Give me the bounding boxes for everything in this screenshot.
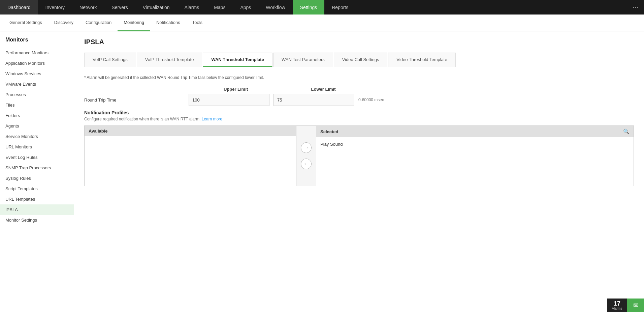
available-label: Available: [89, 129, 108, 134]
dual-list-container: Available → ← Selected 🔍 Play So: [84, 125, 634, 186]
notification-profiles-section: Notification Profiles Configure required…: [84, 110, 634, 186]
sidebar-item-ipsla[interactable]: IPSLA: [0, 204, 74, 215]
limits-header: Upper Limit Lower Limit: [192, 87, 634, 92]
selected-header: Selected 🔍: [316, 126, 634, 137]
nav-apps[interactable]: Apps: [233, 0, 258, 15]
move-left-button[interactable]: ←: [301, 159, 312, 169]
round-trip-time-row: Round Trip Time 0-60000 msec: [84, 94, 634, 106]
tab-video-call-settings[interactable]: Video Call Settings: [334, 53, 388, 67]
alarm-badge[interactable]: 17 Alarms: [607, 299, 627, 312]
message-button[interactable]: ✉: [627, 299, 644, 312]
sidebar-item-script-templates[interactable]: Script Templates: [0, 183, 74, 194]
sidebar-item-service-monitors[interactable]: Service Monitors: [0, 131, 74, 142]
tab-video-threshold-template[interactable]: Video Threshold Template: [388, 53, 455, 67]
content-tabs: VoIP Call Settings VoIP Threshold Templa…: [84, 53, 634, 67]
nav-workflow[interactable]: Workflow: [258, 0, 292, 15]
tab-wan-test-parameters[interactable]: WAN Test Parameters: [273, 53, 333, 67]
sidebar-item-url-monitors[interactable]: URL Monitors: [0, 142, 74, 152]
second-navigation: General Settings Discovery Configuration…: [0, 15, 644, 31]
nav-alarms[interactable]: Alarms: [177, 0, 207, 15]
tab-voip-call-settings[interactable]: VoIP Call Settings: [84, 53, 136, 67]
sidebar: Monitors Performance Monitors Applicatio…: [0, 31, 74, 312]
selected-list: Selected 🔍 Play Sound: [316, 126, 634, 186]
selected-item-play-sound[interactable]: Play Sound: [316, 140, 634, 148]
transfer-controls: → ←: [296, 126, 316, 186]
sidebar-item-event-log-rules[interactable]: Event Log Rules: [0, 152, 74, 163]
nav-dashboard[interactable]: Dashboard: [0, 0, 38, 15]
sidebar-item-syslog-rules[interactable]: Syslog Rules: [0, 173, 74, 183]
notification-profiles-desc: Configure required notification when the…: [84, 117, 634, 121]
search-icon[interactable]: 🔍: [623, 129, 630, 135]
nav-network[interactable]: Network: [72, 0, 104, 15]
notification-profiles-title: Notification Profiles: [84, 110, 634, 115]
tab-monitoring[interactable]: Monitoring: [118, 15, 150, 31]
range-note: 0-60000 msec: [358, 97, 384, 102]
alert-note: * Alarm will be generated if the collect…: [84, 75, 634, 80]
tab-tools[interactable]: Tools: [186, 15, 208, 31]
sidebar-item-vmware-events[interactable]: VMware Events: [0, 79, 74, 89]
main-layout: Monitors Performance Monitors Applicatio…: [0, 31, 644, 312]
sidebar-item-monitor-settings[interactable]: Monitor Settings: [0, 215, 74, 225]
nav-maps[interactable]: Maps: [206, 0, 233, 15]
tab-configuration[interactable]: Configuration: [79, 15, 118, 31]
sidebar-item-windows-services[interactable]: Windows Services: [0, 68, 74, 79]
nav-reports[interactable]: Reports: [324, 0, 356, 15]
nav-inventory[interactable]: Inventory: [38, 0, 72, 15]
sidebar-title: Monitors: [0, 37, 74, 48]
nav-servers[interactable]: Servers: [104, 0, 135, 15]
top-navigation: Dashboard Inventory Network Servers Virt…: [0, 0, 644, 15]
page-title: IPSLA: [84, 38, 634, 46]
available-body[interactable]: [85, 136, 296, 186]
sidebar-item-url-templates[interactable]: URL Templates: [0, 194, 74, 204]
more-options-icon[interactable]: ⋯: [627, 0, 644, 15]
selected-body: Play Sound: [316, 137, 634, 186]
alarm-count: 17: [614, 301, 620, 307]
sidebar-item-folders[interactable]: Folders: [0, 110, 74, 121]
available-header: Available: [85, 126, 296, 136]
tab-voip-threshold-template[interactable]: VoIP Threshold Template: [137, 53, 202, 67]
sidebar-item-performance-monitors[interactable]: Performance Monitors: [0, 48, 74, 58]
nav-virtualization[interactable]: Virtualization: [135, 0, 177, 15]
selected-label: Selected: [320, 129, 338, 134]
lower-limit-label: Lower Limit: [280, 87, 367, 92]
sidebar-item-files[interactable]: Files: [0, 100, 74, 110]
available-list: Available: [85, 126, 296, 186]
sidebar-item-snmp-trap-processors[interactable]: SNMP Trap Processors: [0, 163, 74, 173]
alarm-label: Alarms: [612, 307, 622, 310]
move-right-button[interactable]: →: [301, 142, 312, 153]
upper-limit-label: Upper Limit: [192, 87, 280, 92]
main-content: IPSLA VoIP Call Settings VoIP Threshold …: [74, 31, 644, 312]
sidebar-item-application-monitors[interactable]: Application Monitors: [0, 58, 74, 68]
upper-limit-input[interactable]: [189, 94, 269, 106]
tab-general-settings[interactable]: General Settings: [3, 15, 48, 31]
round-trip-time-label: Round Trip Time: [84, 97, 189, 103]
tab-wan-threshold-template[interactable]: WAN Threshold Template: [203, 53, 272, 67]
lower-limit-input[interactable]: [273, 94, 354, 106]
sidebar-item-processes[interactable]: Processes: [0, 89, 74, 100]
tab-discovery[interactable]: Discovery: [48, 15, 79, 31]
nav-settings[interactable]: Settings: [293, 0, 325, 15]
bottom-bar: 17 Alarms ✉: [607, 299, 644, 312]
tab-notifications[interactable]: Notifications: [150, 15, 186, 31]
sidebar-item-agents[interactable]: Agents: [0, 121, 74, 131]
learn-more-link[interactable]: Learn more: [202, 117, 222, 121]
